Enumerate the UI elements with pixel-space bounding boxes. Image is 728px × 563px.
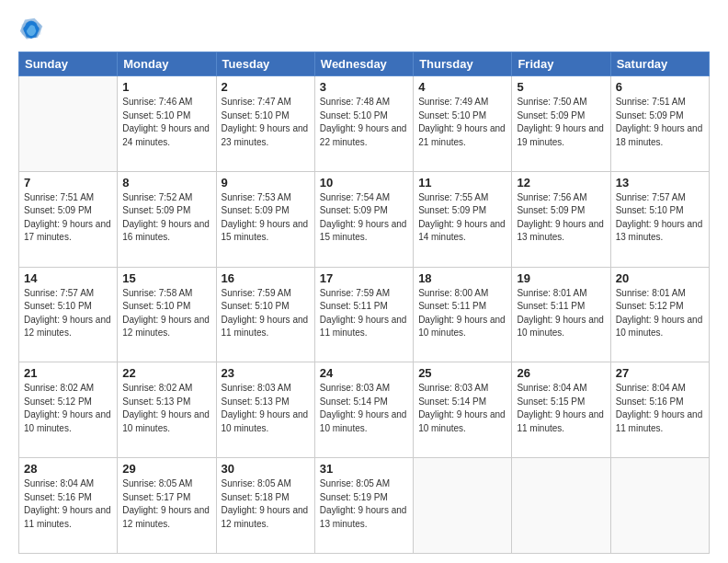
- day-number: 14: [24, 271, 112, 285]
- day-number: 9: [222, 176, 310, 190]
- calendar-day-header: Wednesday: [314, 52, 413, 76]
- calendar-cell: 13Sunrise: 7:57 AMSunset: 5:10 PMDayligh…: [610, 171, 709, 267]
- day-number: 28: [24, 462, 112, 476]
- day-info: Sunrise: 7:58 AMSunset: 5:10 PMDaylight:…: [122, 287, 210, 340]
- day-number: 11: [418, 176, 506, 190]
- day-number: 7: [24, 176, 112, 190]
- day-number: 1: [122, 80, 210, 94]
- calendar-day-header: Sunday: [19, 52, 118, 76]
- day-info: Sunrise: 8:02 AMSunset: 5:12 PMDaylight:…: [24, 382, 112, 435]
- calendar-day-header: Friday: [512, 52, 610, 76]
- day-info: Sunrise: 7:53 AMSunset: 5:09 PMDaylight:…: [222, 191, 310, 245]
- calendar-cell: 4Sunrise: 7:49 AMSunset: 5:10 PMDaylight…: [414, 76, 512, 172]
- day-info: Sunrise: 8:03 AMSunset: 5:14 PMDaylight:…: [320, 382, 408, 435]
- day-info: Sunrise: 8:04 AMSunset: 5:16 PMDaylight:…: [24, 477, 112, 531]
- calendar-cell: 21Sunrise: 8:02 AMSunset: 5:12 PMDayligh…: [19, 362, 118, 458]
- day-number: 19: [517, 271, 605, 285]
- day-number: 8: [122, 176, 210, 190]
- calendar-cell: 16Sunrise: 7:59 AMSunset: 5:10 PMDayligh…: [216, 267, 314, 362]
- day-info: Sunrise: 7:49 AMSunset: 5:10 PMDaylight:…: [418, 96, 506, 149]
- day-number: 21: [24, 366, 112, 380]
- day-info: Sunrise: 8:02 AMSunset: 5:13 PMDaylight:…: [122, 382, 210, 435]
- day-info: Sunrise: 7:52 AMSunset: 5:09 PMDaylight:…: [122, 191, 210, 245]
- calendar-cell: 5Sunrise: 7:50 AMSunset: 5:09 PMDaylight…: [512, 76, 610, 172]
- calendar-cell: 3Sunrise: 7:48 AMSunset: 5:10 PMDaylight…: [314, 76, 413, 172]
- day-info: Sunrise: 7:46 AMSunset: 5:10 PMDaylight:…: [122, 96, 210, 149]
- calendar-cell: [19, 76, 118, 172]
- day-number: 31: [320, 462, 408, 476]
- day-number: 22: [122, 366, 210, 380]
- day-info: Sunrise: 8:05 AMSunset: 5:17 PMDaylight:…: [122, 477, 210, 531]
- calendar-cell: 8Sunrise: 7:52 AMSunset: 5:09 PMDaylight…: [118, 171, 216, 267]
- calendar-cell: [414, 458, 512, 554]
- calendar-cell: 2Sunrise: 7:47 AMSunset: 5:10 PMDaylight…: [216, 76, 314, 172]
- logo-icon: [18, 17, 44, 42]
- day-info: Sunrise: 7:59 AMSunset: 5:10 PMDaylight:…: [222, 287, 310, 340]
- calendar-day-header: Thursday: [414, 52, 512, 76]
- calendar-cell: 1Sunrise: 7:46 AMSunset: 5:10 PMDaylight…: [118, 76, 216, 172]
- day-info: Sunrise: 7:51 AMSunset: 5:09 PMDaylight:…: [24, 191, 112, 245]
- day-info: Sunrise: 7:48 AMSunset: 5:10 PMDaylight:…: [320, 96, 408, 149]
- day-number: 12: [517, 176, 605, 190]
- day-number: 25: [418, 366, 506, 380]
- calendar-cell: 19Sunrise: 8:01 AMSunset: 5:11 PMDayligh…: [512, 267, 610, 362]
- calendar-cell: 22Sunrise: 8:02 AMSunset: 5:13 PMDayligh…: [118, 362, 216, 458]
- calendar-day-header: Saturday: [610, 52, 709, 76]
- day-info: Sunrise: 8:03 AMSunset: 5:14 PMDaylight:…: [418, 382, 506, 435]
- calendar-cell: 28Sunrise: 8:04 AMSunset: 5:16 PMDayligh…: [19, 458, 118, 554]
- day-info: Sunrise: 7:57 AMSunset: 5:10 PMDaylight:…: [24, 287, 112, 340]
- calendar-cell: 29Sunrise: 8:05 AMSunset: 5:17 PMDayligh…: [118, 458, 216, 554]
- day-info: Sunrise: 8:00 AMSunset: 5:11 PMDaylight:…: [418, 287, 506, 340]
- calendar-cell: 26Sunrise: 8:04 AMSunset: 5:15 PMDayligh…: [512, 362, 610, 458]
- calendar-cell: 12Sunrise: 7:56 AMSunset: 5:09 PMDayligh…: [512, 171, 610, 267]
- calendar-week-row: 14Sunrise: 7:57 AMSunset: 5:10 PMDayligh…: [19, 267, 710, 362]
- day-info: Sunrise: 8:05 AMSunset: 5:19 PMDaylight:…: [320, 477, 408, 531]
- calendar-cell: 24Sunrise: 8:03 AMSunset: 5:14 PMDayligh…: [314, 362, 413, 458]
- day-number: 20: [616, 271, 704, 285]
- day-number: 18: [418, 271, 506, 285]
- day-info: Sunrise: 8:04 AMSunset: 5:15 PMDaylight:…: [517, 382, 605, 435]
- calendar-cell: 11Sunrise: 7:55 AMSunset: 5:09 PMDayligh…: [414, 171, 512, 267]
- day-info: Sunrise: 7:51 AMSunset: 5:09 PMDaylight:…: [616, 96, 704, 149]
- calendar-cell: 20Sunrise: 8:01 AMSunset: 5:12 PMDayligh…: [610, 267, 709, 362]
- day-info: Sunrise: 7:55 AMSunset: 5:09 PMDaylight:…: [418, 191, 506, 245]
- calendar-cell: 7Sunrise: 7:51 AMSunset: 5:09 PMDaylight…: [19, 171, 118, 267]
- calendar-cell: 31Sunrise: 8:05 AMSunset: 5:19 PMDayligh…: [314, 458, 413, 554]
- day-info: Sunrise: 8:04 AMSunset: 5:16 PMDaylight:…: [616, 382, 704, 435]
- calendar-day-header: Tuesday: [216, 52, 314, 76]
- calendar-cell: 23Sunrise: 8:03 AMSunset: 5:13 PMDayligh…: [216, 362, 314, 458]
- calendar-week-row: 1Sunrise: 7:46 AMSunset: 5:10 PMDaylight…: [19, 76, 710, 172]
- calendar-cell: 25Sunrise: 8:03 AMSunset: 5:14 PMDayligh…: [414, 362, 512, 458]
- day-number: 5: [517, 80, 605, 94]
- day-number: 30: [222, 462, 310, 476]
- day-number: 23: [222, 366, 310, 380]
- day-number: 16: [222, 271, 310, 285]
- calendar-cell: [610, 458, 709, 554]
- day-number: 24: [320, 366, 408, 380]
- day-number: 4: [418, 80, 506, 94]
- day-info: Sunrise: 7:59 AMSunset: 5:11 PMDaylight:…: [320, 287, 408, 340]
- page: SundayMondayTuesdayWednesdayThursdayFrid…: [0, 0, 728, 563]
- day-number: 27: [616, 366, 704, 380]
- calendar-cell: 27Sunrise: 8:04 AMSunset: 5:16 PMDayligh…: [610, 362, 709, 458]
- calendar-cell: 18Sunrise: 8:00 AMSunset: 5:11 PMDayligh…: [414, 267, 512, 362]
- day-number: 17: [320, 271, 408, 285]
- day-number: 29: [122, 462, 210, 476]
- calendar-cell: 6Sunrise: 7:51 AMSunset: 5:09 PMDaylight…: [610, 76, 709, 172]
- day-number: 13: [616, 176, 704, 190]
- calendar-cell: [512, 458, 610, 554]
- header: [18, 17, 710, 42]
- day-info: Sunrise: 8:01 AMSunset: 5:12 PMDaylight:…: [616, 287, 704, 340]
- day-info: Sunrise: 8:03 AMSunset: 5:13 PMDaylight:…: [222, 382, 310, 435]
- calendar-cell: 9Sunrise: 7:53 AMSunset: 5:09 PMDaylight…: [216, 171, 314, 267]
- day-number: 6: [616, 80, 704, 94]
- day-info: Sunrise: 7:56 AMSunset: 5:09 PMDaylight:…: [517, 191, 605, 245]
- calendar-cell: 10Sunrise: 7:54 AMSunset: 5:09 PMDayligh…: [314, 171, 413, 267]
- calendar-day-header: Monday: [118, 52, 216, 76]
- day-number: 10: [320, 176, 408, 190]
- day-info: Sunrise: 8:01 AMSunset: 5:11 PMDaylight:…: [517, 287, 605, 340]
- calendar-week-row: 7Sunrise: 7:51 AMSunset: 5:09 PMDaylight…: [19, 171, 710, 267]
- day-info: Sunrise: 7:50 AMSunset: 5:09 PMDaylight:…: [517, 96, 605, 149]
- day-info: Sunrise: 7:57 AMSunset: 5:10 PMDaylight:…: [616, 191, 704, 245]
- calendar-cell: 17Sunrise: 7:59 AMSunset: 5:11 PMDayligh…: [314, 267, 413, 362]
